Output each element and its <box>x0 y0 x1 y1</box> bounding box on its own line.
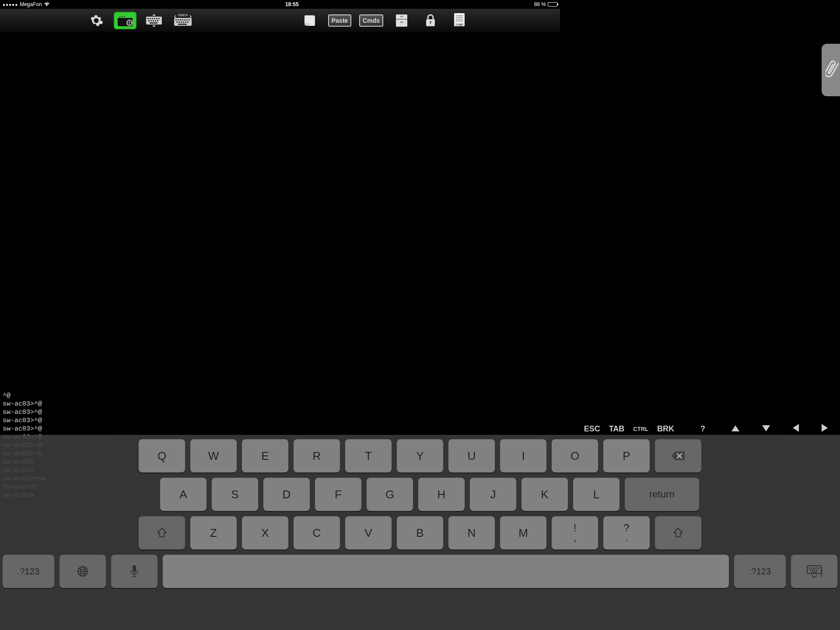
svg-rect-34 <box>178 24 187 25</box>
svg-rect-30 <box>181 21 182 23</box>
svg-point-3 <box>122 16 123 17</box>
settings-button[interactable] <box>86 12 107 29</box>
svg-rect-11 <box>156 18 158 19</box>
terminal-session-button[interactable] <box>115 13 136 28</box>
svg-rect-33 <box>187 21 189 23</box>
app-toolbar: CISCO Paste Cmds **** Logs <box>0 9 560 32</box>
svg-point-4 <box>124 16 125 17</box>
svg-rect-31 <box>183 21 184 23</box>
svg-rect-38 <box>400 21 403 23</box>
status-right: 88 % <box>534 1 557 7</box>
signal-strength-icon: ●●●●● <box>3 2 18 7</box>
lock-button[interactable]: **** <box>420 12 441 29</box>
svg-rect-21 <box>175 19 177 21</box>
battery-icon <box>548 2 557 7</box>
status-time: 18:55 <box>50 1 534 7</box>
svg-rect-8 <box>150 18 151 19</box>
terminal-output[interactable]: ^@ sw-ac03>^@ sw-ac03>^@ sw-ac03>^@ sw-a… <box>0 32 560 420</box>
svg-text:****: **** <box>429 25 432 28</box>
svg-rect-28 <box>176 21 178 23</box>
svg-rect-13 <box>148 20 150 21</box>
svg-rect-32 <box>185 21 186 23</box>
svg-rect-23 <box>180 19 181 21</box>
keyboard-button[interactable] <box>144 12 164 29</box>
files-button[interactable] <box>391 12 412 29</box>
svg-rect-7 <box>147 18 149 19</box>
svg-rect-27 <box>189 19 190 21</box>
svg-rect-18 <box>150 22 158 24</box>
svg-rect-14 <box>150 20 152 21</box>
status-left: ●●●●● MegaFon <box>3 1 50 7</box>
svg-point-2 <box>119 16 121 17</box>
svg-rect-24 <box>182 19 183 21</box>
svg-rect-29 <box>178 21 180 23</box>
svg-rect-10 <box>154 18 155 19</box>
status-bar: ●●●●● MegaFon 18:55 88 % <box>0 0 560 9</box>
svg-rect-12 <box>158 18 160 19</box>
logs-button[interactable]: Logs <box>449 12 470 29</box>
battery-percent: 88 % <box>534 1 546 7</box>
script-button[interactable] <box>299 12 320 29</box>
svg-rect-9 <box>152 18 153 19</box>
svg-text:Logs: Logs <box>456 23 463 26</box>
cmds-button[interactable]: Cmds <box>359 14 383 27</box>
svg-rect-26 <box>186 19 188 21</box>
svg-rect-17 <box>157 20 158 21</box>
svg-rect-22 <box>178 19 179 21</box>
svg-rect-37 <box>400 16 403 17</box>
wifi-icon <box>44 2 50 7</box>
svg-text:CISCO: CISCO <box>178 14 188 17</box>
cisco-keyboard-button[interactable]: CISCO <box>172 12 193 29</box>
svg-rect-16 <box>155 20 156 21</box>
paste-button[interactable]: Paste <box>328 14 351 27</box>
svg-rect-36 <box>396 19 407 20</box>
svg-rect-15 <box>153 20 154 21</box>
svg-rect-25 <box>184 19 186 21</box>
carrier-label: MegaFon <box>20 1 42 7</box>
svg-rect-41 <box>430 22 431 24</box>
